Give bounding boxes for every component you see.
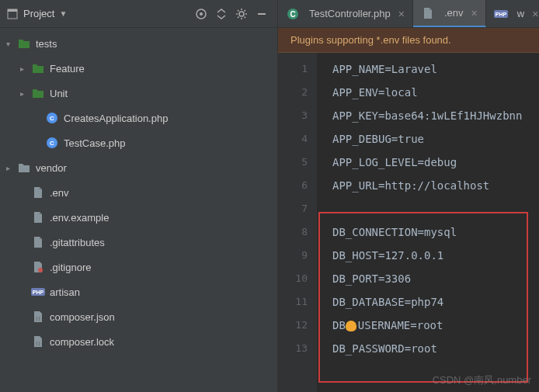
tree-item-unit[interactable]: ▸Unit [0, 81, 277, 106]
code-area: 12345678910111213 APP_NAME=LaravelAPP_EN… [278, 53, 539, 392]
tree-item-artisan[interactable]: PHPartisan [0, 279, 277, 304]
tree-arrow-icon[interactable]: ▸ [20, 64, 31, 73]
code-line[interactable]: DBUSERNAME=root [332, 314, 539, 337]
svg-point-10 [38, 268, 43, 272]
line-number: 11 [278, 290, 308, 314]
tab-label: w [517, 8, 524, 19]
line-number: 2 [278, 81, 308, 104]
file-icon [31, 236, 45, 248]
tab-label: .env [444, 7, 464, 19]
code-line[interactable]: APP_KEY=base64:1wLEf1HJHwzbnn [332, 104, 539, 127]
svg-text:{ }: { } [36, 316, 40, 321]
line-number: 1 [278, 57, 308, 81]
code-line[interactable] [332, 197, 539, 220]
json-icon: { } [31, 310, 45, 323]
tree-item-tests[interactable]: ▾tests [0, 31, 277, 56]
folder-green-icon [31, 88, 45, 99]
folder-icon [17, 162, 31, 173]
line-number: 9 [278, 244, 308, 267]
close-icon[interactable]: × [532, 8, 538, 20]
close-icon[interactable]: × [471, 7, 478, 19]
tree-arrow-icon[interactable]: ▾ [6, 40, 17, 48]
expand-all-button[interactable] [212, 5, 231, 23]
code-line[interactable]: APP_ENV=local [332, 81, 539, 104]
editor-tabs: CTestController.php×.env×PHPw× [278, 0, 539, 28]
c-icon-icon: C [286, 8, 300, 20]
project-label[interactable]: Project [23, 8, 54, 19]
project-sidebar: Project ▼ ▾tests▸Feature▸UnitCCreatesApp… [0, 0, 278, 392]
file-icon [31, 211, 45, 224]
tab--env[interactable]: .env× [413, 0, 486, 27]
line-gutter: 12345678910111213 [278, 53, 317, 392]
svg-text:PHP: PHP [33, 290, 44, 295]
hide-button[interactable] [252, 5, 271, 23]
line-number: 8 [278, 220, 308, 244]
file-icon [421, 7, 435, 19]
tree-item--env-example[interactable]: .env.example [0, 205, 277, 230]
php-badge-icon: PHP [31, 286, 45, 297]
line-number: 6 [278, 174, 308, 197]
tree-item-label: TestCase.php [64, 137, 126, 149]
folder-green-icon [17, 38, 31, 49]
tree-item-label: CreatesApplication.php [64, 113, 168, 124]
tree-item-label: tests [36, 38, 57, 50]
tree-item-label: Unit [50, 88, 68, 99]
tree-item-label: .gitignore [50, 262, 91, 273]
code-line[interactable]: APP_DEBUG=true [332, 127, 539, 151]
code-line[interactable]: DB_DATABASE=php74 [332, 290, 539, 314]
tab-testcontroller-php[interactable]: CTestController.php× [278, 0, 413, 27]
code-content[interactable]: APP_NAME=LaravelAPP_ENV=localAPP_KEY=bas… [317, 53, 539, 392]
line-number: 4 [278, 127, 308, 151]
select-opened-file-button[interactable] [192, 5, 210, 23]
tree-item-createsapplication-php[interactable]: CCreatesApplication.php [0, 106, 277, 130]
tab-label: TestController.php [309, 8, 391, 19]
tree-arrow-icon[interactable]: ▸ [6, 164, 17, 172]
php-badge-icon: PHP [494, 9, 508, 19]
php-icon: C [45, 137, 59, 149]
svg-text:C: C [290, 10, 295, 19]
intention-bulb-icon[interactable] [346, 321, 356, 331]
line-number: 10 [278, 267, 308, 290]
line-number: 12 [278, 314, 308, 337]
code-line[interactable]: DB_CONNECTION=mysql [332, 220, 539, 244]
tree-item-feature[interactable]: ▸Feature [0, 56, 277, 81]
code-line[interactable]: APP_LOG_LEVEL=debug [332, 151, 539, 174]
tree-item--gitignore[interactable]: .gitignore [0, 255, 277, 279]
tree-item-testcase-php[interactable]: CTestCase.php [0, 130, 277, 155]
chevron-down-icon[interactable]: ▼ [59, 9, 67, 18]
notification-bar[interactable]: Plugins supporting *.env files found. [278, 28, 539, 53]
svg-text:C: C [50, 115, 54, 122]
tree-item-label: .gitattributes [50, 237, 105, 248]
tree-item--env[interactable]: .env [0, 180, 277, 205]
line-number: 5 [278, 151, 308, 174]
folder-green-icon [31, 63, 45, 74]
project-icon [6, 8, 19, 20]
close-icon[interactable]: × [398, 8, 405, 20]
svg-text:{ }: { } [36, 341, 40, 345]
tree-item-label: artisan [50, 286, 80, 298]
tree-item-composer-lock[interactable]: { }composer.lock [0, 329, 277, 354]
settings-button[interactable] [232, 5, 251, 23]
svg-rect-1 [8, 9, 17, 12]
gitignore-icon [31, 261, 45, 273]
code-line[interactable]: DB_HOST=127.0.0.1 [332, 244, 539, 267]
line-number: 7 [278, 197, 308, 220]
svg-point-4 [239, 12, 244, 16]
tree-item-label: vendor [36, 162, 67, 174]
tree-item-vendor[interactable]: ▸vendor [0, 155, 277, 180]
tree-item-label: Feature [50, 63, 85, 75]
tree-item--gitattributes[interactable]: .gitattributes [0, 230, 277, 255]
php-icon: C [45, 112, 59, 124]
code-line[interactable]: DB_PASSWORD=root [332, 337, 539, 360]
code-line[interactable]: APP_URL=http://localhost [332, 174, 539, 197]
tree-arrow-icon[interactable]: ▸ [20, 89, 31, 98]
file-icon [31, 186, 45, 199]
code-line[interactable]: APP_NAME=Laravel [332, 57, 539, 81]
line-number: 3 [278, 104, 308, 127]
tree-item-label: .env [50, 187, 69, 199]
line-number: 13 [278, 337, 308, 360]
svg-rect-5 [258, 13, 266, 15]
tab-w[interactable]: PHPw× [486, 0, 539, 27]
tree-item-composer-json[interactable]: { }composer.json [0, 304, 277, 329]
code-line[interactable]: DB_PORT=3306 [332, 267, 539, 290]
